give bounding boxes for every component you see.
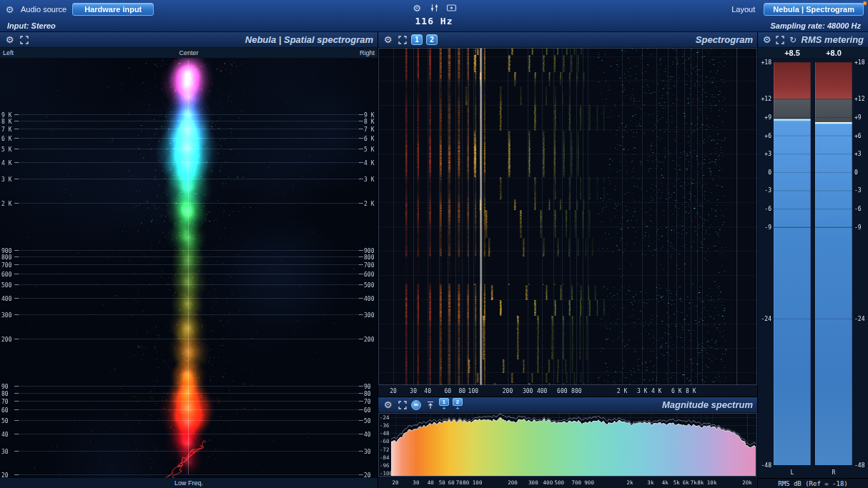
rms-reference-label: RMS dB (Ref = -18) xyxy=(778,480,848,487)
rms-meter-bars xyxy=(758,58,868,478)
spatial-spectrogram-panel: ⚙ Nebula | Spatial spectrogram Left Cent… xyxy=(0,32,378,488)
spectrogram-fullscreen-icon[interactable] xyxy=(397,34,408,46)
spectrogram-panel-title: Spectrogram xyxy=(696,34,753,45)
notification-dot xyxy=(863,1,867,5)
audio-source-label: Audio source xyxy=(21,5,66,14)
magnitude-settings-gear-icon[interactable]: ⚙ xyxy=(383,399,393,411)
pan-center-label: Center xyxy=(179,49,199,56)
spectrogram-panel-header: ⚙ 1 2 Spectrogram xyxy=(378,32,757,48)
display-mode-icon[interactable] xyxy=(446,2,457,14)
rms-footer: RMS dB (Ref = -18) xyxy=(758,478,868,488)
magnitude-spectrum-panel: ⚙ ∞ 1 + xyxy=(378,397,757,487)
rms-panel-header: ⚙ ↻ RMS metering xyxy=(758,32,868,48)
magnitude-spectrum-plot[interactable] xyxy=(378,413,757,488)
spatial-panel-title: Nebula | Spatial spectrogram xyxy=(245,34,373,45)
audio-source-gear-icon[interactable]: ⚙ xyxy=(4,4,15,15)
pan-right-label: Right xyxy=(199,49,375,56)
middle-column: ⚙ 1 2 Spectrogram ⚙ xyxy=(378,32,758,488)
layout-button[interactable]: Layout xyxy=(731,5,755,14)
topbar-center-group: ⚙ 116 Hz xyxy=(412,1,457,26)
input-mode-label: Input: Stereo xyxy=(7,21,56,30)
spatial-panel-header: ⚙ Nebula | Spatial spectrogram xyxy=(0,32,378,48)
io-routing-icon[interactable] xyxy=(429,2,440,14)
rms-fullscreen-icon[interactable] xyxy=(775,34,784,46)
magnitude-slot1-add-icon[interactable]: + xyxy=(443,406,446,412)
average-infinite-button[interactable]: ∞ xyxy=(411,400,421,410)
spatial-pan-axis: Left Center Right xyxy=(0,48,378,58)
magnitude-slot2-add-icon[interactable]: + xyxy=(456,406,460,412)
spatial-fullscreen-icon[interactable] xyxy=(19,34,29,46)
magnitude-panel-header: ⚙ ∞ 1 + xyxy=(378,397,757,413)
sampling-rate-label: Sampling rate: 48000 Hz xyxy=(770,21,861,30)
spatial-settings-gear-icon[interactable]: ⚙ xyxy=(4,34,15,46)
magnitude-slot2-group: 2 + xyxy=(453,398,463,412)
spectrogram-plot[interactable] xyxy=(378,48,757,397)
topbar: ⚙ Audio source Hardware input ⚙ xyxy=(0,0,868,32)
spatial-low-freq-row: Low Freq. xyxy=(0,478,378,488)
spatial-spectrogram-plot[interactable] xyxy=(0,58,378,478)
rms-left-value: +8.5 xyxy=(774,49,811,57)
app-root: ⚙ Audio source Hardware input ⚙ xyxy=(0,0,868,488)
spectrogram-slot1-button[interactable]: 1 xyxy=(411,34,423,45)
rms-panel-title: RMS metering xyxy=(802,34,864,45)
settings-gear-icon[interactable]: ⚙ xyxy=(412,2,423,14)
rms-right-value: +8.0 xyxy=(815,49,852,57)
rms-reset-icon[interactable]: ↻ xyxy=(788,34,797,46)
audio-source-group: ⚙ Audio source Hardware input xyxy=(4,3,154,16)
magnitude-slot1-group: 1 + xyxy=(439,398,449,412)
pan-left-label: Left xyxy=(3,49,179,56)
spectrogram-slot2-button[interactable]: 2 xyxy=(426,34,438,45)
magnitude-fullscreen-icon[interactable] xyxy=(397,399,408,411)
spectrogram-panel: ⚙ 1 2 Spectrogram xyxy=(378,32,757,397)
peak-hold-icon[interactable] xyxy=(425,399,435,411)
cursor-frequency-readout: 116 Hz xyxy=(415,16,453,26)
topbar-right-group: Layout Nebula | Spectrogram xyxy=(731,3,864,16)
hardware-input-button[interactable]: Hardware input xyxy=(72,3,154,16)
low-freq-label: Low Freq. xyxy=(174,479,203,487)
main-area: ⚙ Nebula | Spatial spectrogram Left Cent… xyxy=(0,32,868,488)
preset-button[interactable]: Nebula | Spectrogram xyxy=(764,3,864,16)
spectrogram-settings-gear-icon[interactable]: ⚙ xyxy=(383,34,393,46)
rms-settings-gear-icon[interactable]: ⚙ xyxy=(762,34,771,46)
rms-metering-panel: ⚙ ↻ RMS metering +8.5 +8.0 RMS dB (Ref =… xyxy=(758,32,868,488)
magnitude-panel-title: Magnitude spectrum xyxy=(662,399,753,410)
rms-values-row: +8.5 +8.0 xyxy=(758,48,868,58)
